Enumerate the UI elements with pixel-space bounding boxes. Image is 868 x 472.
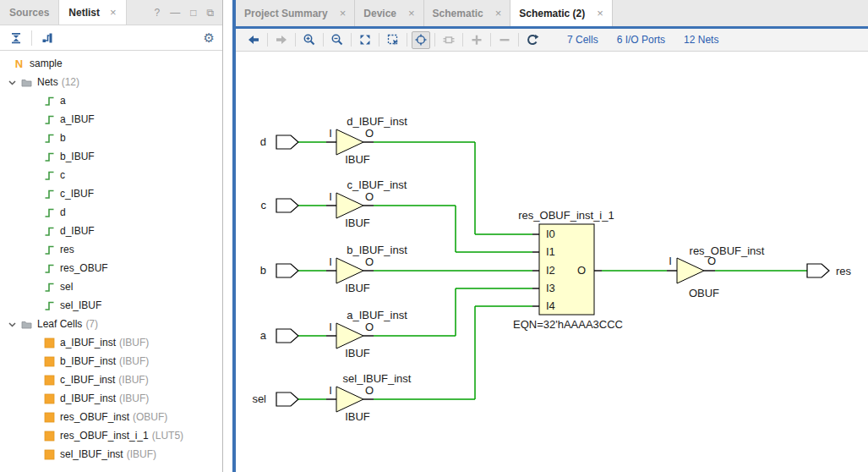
input-port-d[interactable] xyxy=(276,135,298,149)
chevron-down-icon[interactable] xyxy=(7,319,18,330)
tree-item-c[interactable]: c xyxy=(0,166,222,184)
help-icon[interactable]: ? xyxy=(154,7,160,19)
tree-item-res_OBUF_inst_i_1[interactable]: res_OBUF_inst_i_1(LUT5) xyxy=(0,426,222,445)
cell-c_IBUF_inst[interactable] xyxy=(336,193,363,218)
autofit-selection-icon xyxy=(414,33,428,47)
buffer-output-pin-label: O xyxy=(365,127,374,140)
tree-item-b_IBUF_inst[interactable]: b_IBUF_inst(IBUF) xyxy=(0,352,222,370)
tree-item-c_IBUF[interactable]: c_IBUF xyxy=(0,184,222,203)
panel-window-controls: ? — □ ⧉ xyxy=(154,0,222,25)
zoom-to-selection-button[interactable] xyxy=(384,31,402,49)
tab-sources-label: Sources xyxy=(9,7,49,19)
folder-icon xyxy=(21,319,32,330)
tree-item-sel_IBUF[interactable]: sel_IBUF xyxy=(0,296,222,315)
chevron-down-icon[interactable] xyxy=(7,77,18,88)
schematic-canvas[interactable]: dIOd_IBUF_instIBUFcIOc_IBUF_instIBUFbIOb… xyxy=(236,52,868,472)
input-port-b[interactable] xyxy=(276,264,298,277)
tree-item-sel_IBUF_inst[interactable]: sel_IBUF_inst(IBUF) xyxy=(0,445,222,464)
output-port-res[interactable] xyxy=(807,264,829,277)
tab-project-summary[interactable]: Project Summary × xyxy=(236,0,355,26)
netlist-toolbar: ⚙ xyxy=(0,25,222,51)
add-button[interactable] xyxy=(467,31,486,49)
cell-res_OBUF_inst[interactable] xyxy=(677,258,704,283)
tree-group-nets[interactable]: Nets(12) xyxy=(0,73,222,91)
tree-root-sample[interactable]: Nsample xyxy=(0,54,222,73)
tree-item-res_OBUF_inst[interactable]: res_OBUF_inst(OBUF) xyxy=(0,408,222,426)
left-panel-tabbar: Sources Netlist × ? — □ ⧉ xyxy=(0,0,222,25)
tree-item-count: (12) xyxy=(62,76,79,88)
tab-device[interactable]: Device × xyxy=(355,0,423,26)
tree-item-label: res_OBUF_inst xyxy=(60,411,129,423)
nets-count-link[interactable]: 12 Nets xyxy=(684,34,718,46)
cell-a_IBUF_inst[interactable] xyxy=(336,323,363,349)
cells-count-link[interactable]: 7 Cells xyxy=(567,34,598,46)
expand-selected-button[interactable] xyxy=(39,29,56,47)
tab-sources[interactable]: Sources xyxy=(0,0,58,25)
close-icon[interactable]: × xyxy=(408,7,415,19)
vivado-window: Sources Netlist × ? — □ ⧉ xyxy=(0,0,868,472)
input-port-a[interactable] xyxy=(276,329,298,343)
tree-item-d_IBUF[interactable]: d_IBUF xyxy=(0,222,222,240)
close-icon[interactable]: × xyxy=(110,6,117,19)
port-label-c: c xyxy=(261,199,267,211)
tree-item-label: sel_IBUF xyxy=(60,299,101,311)
tree-item-b[interactable]: b xyxy=(0,129,222,147)
expand-cone-button[interactable] xyxy=(439,31,458,49)
tree-item-label: res_OBUF xyxy=(60,262,108,274)
net-icon xyxy=(44,282,55,293)
buffer-input-pin-label: I xyxy=(329,190,332,203)
netlist-root-icon: N xyxy=(14,58,25,70)
collapse-all-button[interactable] xyxy=(8,29,25,47)
zoom-fit-icon xyxy=(358,33,372,47)
forward-button[interactable] xyxy=(272,31,291,49)
toolbar-separator xyxy=(31,30,32,46)
zoom-in-button[interactable] xyxy=(300,31,319,49)
net-icon xyxy=(44,96,55,107)
buffer-input-pin-label: I xyxy=(329,384,332,397)
autofit-selection-button[interactable] xyxy=(412,31,430,49)
lut-input-pin-label: I1 xyxy=(546,245,555,258)
tree-item-a_IBUF[interactable]: a_IBUF xyxy=(0,110,222,129)
close-icon[interactable]: × xyxy=(597,7,603,19)
back-button[interactable] xyxy=(244,31,263,49)
tab-schematic[interactable]: Schematic × xyxy=(424,0,511,26)
zoom-out-button[interactable] xyxy=(328,31,347,49)
tree-item-c_IBUF_inst[interactable]: c_IBUF_inst(IBUF) xyxy=(0,370,222,389)
tree-item-res_OBUF[interactable]: res_OBUF xyxy=(0,259,222,277)
minimize-icon[interactable]: — xyxy=(170,7,180,19)
cell-d_IBUF_inst[interactable] xyxy=(336,129,363,155)
tree-item-label: a_IBUF_inst xyxy=(60,337,116,349)
close-icon[interactable]: × xyxy=(495,7,502,19)
panel-splitter[interactable] xyxy=(223,0,232,472)
tree-item-count: (IBUF) xyxy=(119,337,149,349)
tree-item-a_IBUF_inst[interactable]: a_IBUF_inst(IBUF) xyxy=(0,333,222,352)
tree-item-a[interactable]: a xyxy=(0,91,222,110)
tree-item-label: res_OBUF_inst_i_1 xyxy=(60,430,149,442)
regenerate-button[interactable] xyxy=(523,31,542,49)
net-icon xyxy=(44,244,55,255)
input-port-sel[interactable] xyxy=(276,392,298,406)
tree-item-b_IBUF[interactable]: b_IBUF xyxy=(0,147,222,166)
remove-button[interactable] xyxy=(495,31,514,49)
io-ports-count-link[interactable]: 6 I/O Ports xyxy=(617,34,665,46)
float-icon[interactable]: ⧉ xyxy=(206,7,214,19)
instance-label-d_IBUF_inst: d_IBUF_inst xyxy=(347,115,407,128)
toolbar-separator xyxy=(434,33,435,47)
cell-type-label: IBUF xyxy=(345,347,370,359)
input-port-c[interactable] xyxy=(276,199,298,212)
tab-netlist[interactable]: Netlist × xyxy=(58,0,126,25)
zoom-fit-button[interactable] xyxy=(356,31,374,49)
maximize-icon[interactable]: □ xyxy=(190,7,196,19)
cell-b_IBUF_inst[interactable] xyxy=(336,258,363,283)
folder-icon xyxy=(21,77,32,88)
tree-group-leaf-cells[interactable]: Leaf Cells(7) xyxy=(0,315,222,333)
tree-item-d[interactable]: d xyxy=(0,203,222,222)
cell-sel_IBUF_inst[interactable] xyxy=(336,387,363,412)
tree-item-res[interactable]: res xyxy=(0,240,222,259)
tree-item-d_IBUF_inst[interactable]: d_IBUF_inst(IBUF) xyxy=(0,389,222,408)
tab-schematic-2[interactable]: Schematic (2) × xyxy=(510,0,613,26)
close-icon[interactable]: × xyxy=(340,7,347,19)
gear-icon[interactable]: ⚙ xyxy=(204,31,215,44)
toolbar-separator xyxy=(462,33,463,47)
tree-item-sel[interactable]: sel xyxy=(0,277,222,296)
